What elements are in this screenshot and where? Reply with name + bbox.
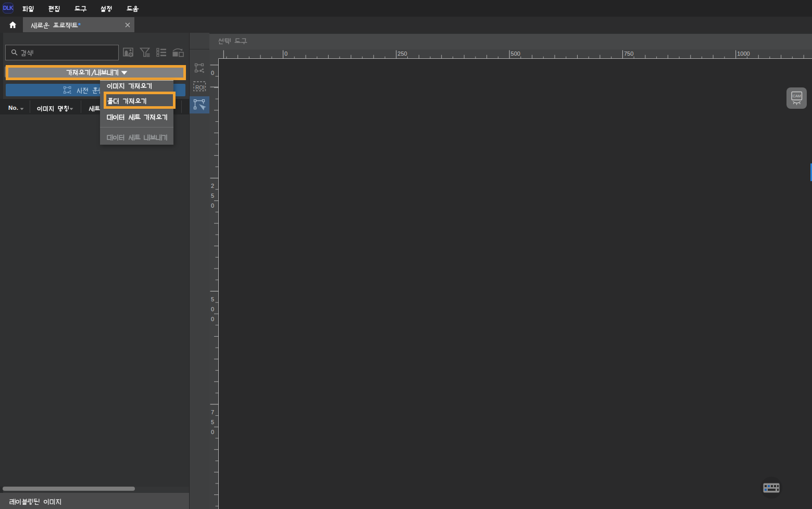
svg-text:0: 0 <box>211 202 214 209</box>
svg-text:0: 0 <box>284 50 288 57</box>
svg-text:750: 750 <box>624 50 633 57</box>
svg-text:1000: 1000 <box>737 50 749 57</box>
svg-text:7: 7 <box>211 409 214 415</box>
svg-text:0: 0 <box>211 316 214 322</box>
svg-text:250: 250 <box>397 50 407 57</box>
svg-text:5: 5 <box>211 419 214 425</box>
svg-text:2: 2 <box>211 183 214 189</box>
svg-text:0: 0 <box>211 306 214 312</box>
svg-text:ROI: ROI <box>195 85 205 91</box>
svg-text:500: 500 <box>511 50 520 57</box>
svg-text:0: 0 <box>211 429 214 435</box>
svg-text:CAM: CAM <box>793 94 801 98</box>
svg-text:0: 0 <box>211 70 214 76</box>
svg-text:5: 5 <box>211 193 214 199</box>
svg-text:5: 5 <box>211 296 214 302</box>
